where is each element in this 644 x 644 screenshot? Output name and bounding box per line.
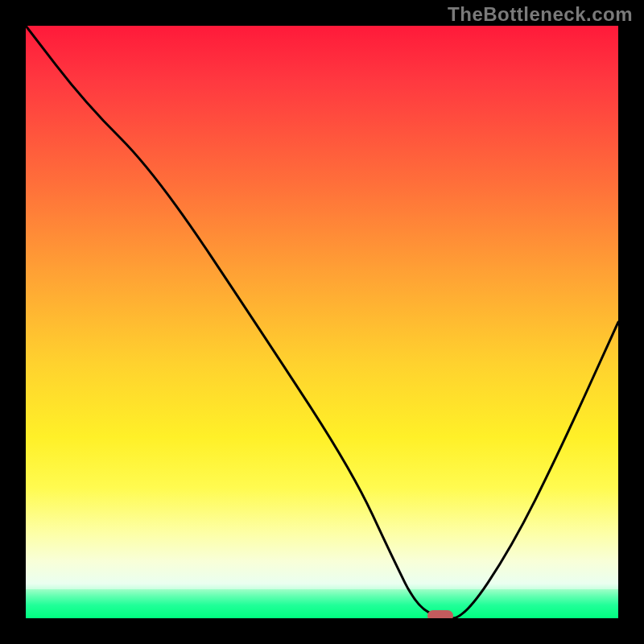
watermark-text: TheBottleneck.com — [448, 3, 633, 26]
chart-frame: TheBottleneck.com — [0, 0, 644, 644]
gradient-background-green — [26, 589, 618, 618]
optimal-marker — [427, 610, 453, 618]
plot-area — [26, 26, 618, 618]
gradient-background-upper — [26, 26, 618, 589]
